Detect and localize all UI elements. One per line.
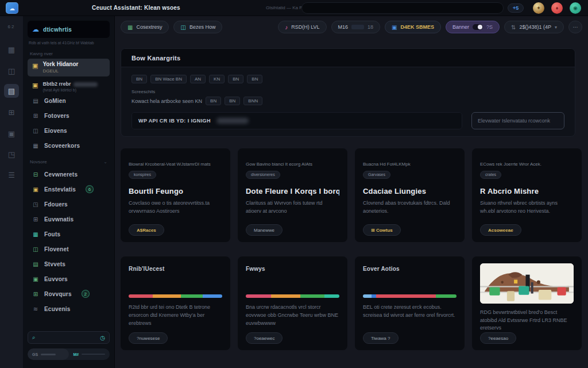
sidebar-item[interactable]: ▦Fouts [23, 227, 114, 241]
toolbar-pill-level[interactable]: ♪ RSD(H) LVL [278, 21, 326, 33]
bar-segment [246, 294, 271, 298]
sidebar-item[interactable]: ◳Fdouers [23, 197, 114, 212]
sidebar-item[interactable]: ⊞Fotovers [23, 108, 114, 123]
nav-item-icon: ▦ [32, 231, 39, 237]
card-eyebrow: Biowral Krcoberal-Veat WJstamrDI mats [129, 161, 222, 167]
nav-item-icon: ▦ [32, 143, 39, 149]
sidebar-item[interactable]: ◫Flovenet [23, 241, 114, 256]
bar-segment [376, 294, 436, 298]
app-logo-icon[interactable]: ☁ [6, 2, 18, 14]
bar-segment [271, 294, 300, 298]
rail-nav-icon[interactable]: ◫ [4, 64, 19, 78]
card-tag: Garvases [363, 171, 390, 179]
card-action-button[interactable]: ?eeaesao [480, 332, 516, 344]
sidebar-search-input[interactable]: ⌕ ◷ [28, 331, 110, 344]
bar-segment [181, 294, 202, 298]
rail-nav-icon[interactable]: ⊞ [4, 105, 19, 119]
card-action-button[interactable]: Manewwe [246, 224, 283, 236]
nav-item-label: GoMien [44, 98, 66, 104]
sidebar-item[interactable]: ▣Euvvors [23, 271, 114, 286]
more-options-button[interactable]: ⋯ [568, 21, 582, 33]
sidebar-item[interactable]: ⊟Cevwnerets [23, 167, 114, 182]
sidebar-item[interactable]: ⊞Euvwnatis [23, 212, 114, 227]
card-description: Clovrend abas trcevtukais fdtrcs. Dald a… [363, 200, 457, 215]
sidebar-item[interactable]: ▣Enstevlatis6 [23, 182, 114, 197]
stat-card[interactable]: Fwwys Bna urcrw rdacacnotls vrcl storcr … [238, 256, 347, 350]
feature-card[interactable]: Buacna Hd Fot4LKMpk Garvases Cdaciae Liu… [355, 148, 465, 242]
card-action-button[interactable]: ⊞ Cowtus [363, 224, 401, 236]
bar-segment [324, 294, 339, 298]
card-title: Cdaciae Liungies [363, 187, 457, 195]
rail-nav-icon[interactable]: ▣ [4, 126, 19, 140]
sidebar-item[interactable]: ≋Ecuvenis [23, 301, 114, 316]
workspace-switcher[interactable]: ☁ dticwhrtis [28, 21, 110, 38]
nav-item-label: Fotovers [44, 113, 69, 119]
usage-bar [129, 294, 222, 298]
sidebar: ☁ dticwhrtis Rdb at vath tels at 41GHz b… [23, 16, 115, 368]
sidebar-item[interactable]: ⊞Rovvqurs2 [23, 286, 114, 301]
media-card[interactable]: RDG bevwrtrwtbtivel bred'o Besct atobibd… [472, 256, 582, 350]
toolbar-button-secondary[interactable]: ◫ Bezes How [173, 21, 222, 33]
rail-nav-icon[interactable]: ▤ [4, 84, 19, 98]
bar-segment [129, 294, 153, 298]
tag-chip: BN [131, 75, 147, 83]
feature-card[interactable]: Biowral Krcoberal-Veat WJstamrDI mats ko… [121, 148, 230, 242]
toolbar-button-primary[interactable]: ▦ Cosextresy [121, 21, 169, 33]
rail-nav-icon[interactable]: ▦ [4, 43, 19, 56]
sidebar-item[interactable]: ◫Eiovens [23, 123, 114, 138]
card-action-button[interactable]: A$Races [129, 224, 164, 236]
card-action-button[interactable]: Acsoweeae [480, 224, 521, 236]
sidebar-item[interactable]: ▦Scoveerkors [23, 138, 114, 153]
card-description: Clarituss ati Wvrvon fois tutew rtd atio… [246, 200, 339, 215]
meter-value: 18 [368, 24, 373, 30]
topbar-search-input[interactable] [301, 2, 504, 14]
collapse-icon[interactable]: ⌄ [103, 159, 107, 164]
toolbar-pill-action[interactable]: ▣ D4EK SBMES [385, 21, 441, 33]
toggle-segment-right[interactable]: M# [69, 348, 110, 360]
toggle-switch[interactable] [473, 24, 483, 30]
sidebar-item-active[interactable]: ▣ York Hidanor DGEUL [28, 59, 110, 76]
active-item-sub: DGEUL [42, 68, 78, 74]
nav-item-icon: ≋ [32, 306, 39, 312]
card-description: R2td bbr urd tei ono Dtetk B tetrone ers… [129, 304, 223, 328]
workspace-logo-icon: ☁ [32, 25, 39, 33]
sidebar-item[interactable]: ▤Stvvets [23, 256, 114, 271]
rail-nav-icon[interactable]: ◳ [4, 147, 19, 161]
nav-item-icon: ▤ [32, 98, 39, 104]
sidebar-item[interactable]: ▤GoMien [23, 93, 114, 108]
token-field[interactable]: WP API CR IB YD: I IGNIGH [131, 112, 462, 129]
sidebar-footer-toggle[interactable]: GS M# [28, 348, 110, 360]
toolbar-pill-meter[interactable]: M16 18 [331, 21, 381, 33]
avatar[interactable]: ✦ [533, 2, 544, 14]
clear-icon[interactable]: ◷ [100, 335, 105, 341]
toolbar-pill-select[interactable]: ⇅ 2$()438)1 (4P ▾ [504, 21, 564, 33]
avatar[interactable]: ♦ [551, 2, 563, 14]
sidebar-section-primary: Kwvrg nver [30, 51, 107, 56]
main-content: ▦ Cosextresy ◫ Bezes How ♪ RSD(H) LVL M1… [115, 16, 588, 368]
card-description: Bna urcrw rdacacnotls vrcl storcr eovvwo… [246, 304, 341, 328]
segment-meter [41, 354, 56, 355]
avatar[interactable]: ◉ [570, 2, 581, 14]
tag-chip: BN [225, 97, 240, 105]
card-action-button[interactable]: Tiwawa ? [363, 332, 399, 344]
feature-card[interactable]: ECows rek Joerrte Wror Acek. crates R Ab… [472, 148, 582, 242]
pinned-item-label: Bbtb2 rrebr [42, 81, 98, 87]
nav-item-badge: 6 [86, 185, 94, 193]
bar-segment [436, 294, 457, 298]
toggle-segment-left[interactable]: GS [28, 348, 69, 360]
card-eyebrow: Buacna Hd Fot4LKMpk [363, 161, 457, 167]
rail-nav-icon[interactable]: ☰ [4, 168, 19, 182]
stat-card[interactable]: Eover Aotios BEL oti crete zeresut erck … [355, 256, 465, 350]
cloud-icon: ☁ [9, 5, 15, 12]
panel-search-input[interactable] [471, 112, 564, 129]
notification-badge[interactable]: +5 [508, 3, 524, 13]
nav-item-icon: ◫ [32, 128, 39, 134]
card-action-button[interactable]: ?nuwesese [129, 332, 168, 344]
icon-rail: 62 ▦◫▤⊞▣◳☰ [0, 16, 23, 368]
toolbar-pill-toggle[interactable]: Banner ?S [446, 21, 500, 33]
card-action-button[interactable]: ?oeaewec [246, 332, 283, 344]
stat-card[interactable]: Rnib'lUecest R2td bbr urd tei ono Dtetk … [121, 256, 230, 350]
sidebar-item-pinned[interactable]: ▣ Bbtb2 rrebr (tvrat Ayti lidirtici b) [28, 80, 110, 93]
feature-card[interactable]: Gow Bavino bianci It ecorg AIAts diversi… [238, 148, 347, 242]
tag-chip: BN [206, 97, 221, 105]
